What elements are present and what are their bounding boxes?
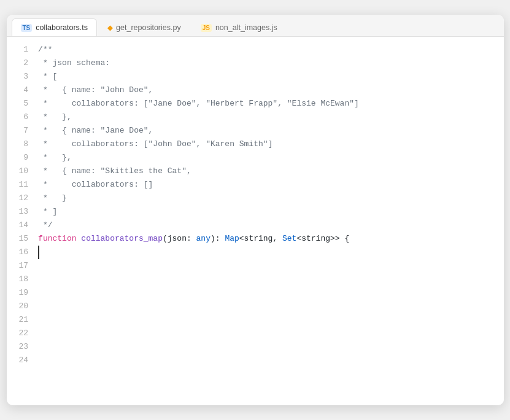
code-line-22 (38, 327, 491, 340)
line-number-9: 9 (19, 151, 29, 165)
code-line-10: * { name: "Skittles the Cat", (38, 165, 491, 178)
code-line-6: * }, (38, 111, 491, 124)
line-number-4: 4 (19, 84, 29, 97)
tab-get-repositories-py[interactable]: ◆get_repositories.py (98, 18, 190, 36)
code-line-18 (38, 273, 491, 286)
line-number-19: 19 (19, 286, 29, 300)
line-number-7: 7 (19, 124, 29, 138)
code-area[interactable]: 123456789101112131415161718192021222324 … (7, 37, 504, 405)
code-line-12: * } (38, 192, 491, 205)
line-number-21: 21 (19, 313, 29, 327)
code-line-5: * collaborators: ["Jane Doe", "Herbert F… (38, 97, 491, 111)
line-number-2: 2 (19, 56, 29, 70)
code-line-11: * collaborators: [] (38, 178, 491, 192)
code-line-8: * collaborators: ["John Doe", "Karen Smi… (38, 138, 491, 151)
line-number-3: 3 (19, 70, 29, 84)
code-line-24 (38, 354, 491, 367)
line-number-1: 1 (19, 43, 29, 56)
code-line-17 (38, 259, 491, 273)
line-number-6: 6 (19, 111, 29, 124)
line-number-18: 18 (19, 273, 29, 286)
tab-non-alt-images-js[interactable]: JSnon_alt_images.js (191, 18, 287, 36)
line-number-13: 13 (19, 205, 29, 219)
line-number-24: 24 (19, 354, 29, 367)
code-line-15: function collaborators_map(json: any): M… (38, 232, 491, 246)
code-line-19 (38, 286, 491, 300)
tab-label-get-repositories-py: get_repositories.py (116, 23, 181, 32)
tab-label-non-alt-images-js: non_alt_images.js (215, 23, 277, 32)
line-number-8: 8 (19, 138, 29, 151)
line-number-5: 5 (19, 97, 29, 111)
code-line-21 (38, 313, 491, 327)
code-line-23 (38, 340, 491, 354)
code-line-13: * ] (38, 205, 491, 219)
line-number-15: 15 (19, 232, 29, 246)
tab-label-collaborators-ts: collaborators.ts (36, 23, 88, 32)
code-line-3: * [ (38, 70, 491, 84)
line-number-10: 10 (19, 165, 29, 178)
line-number-23: 23 (19, 340, 29, 354)
code-line-16 (38, 246, 491, 259)
line-number-11: 11 (19, 178, 29, 192)
code-line-4: * { name: "John Doe", (38, 84, 491, 97)
line-number-20: 20 (19, 300, 29, 313)
code-line-14: */ (38, 219, 491, 232)
line-number-22: 22 (19, 327, 29, 340)
tab-bar: TScollaborators.ts◆get_repositories.pyJS… (7, 15, 504, 37)
line-number-16: 16 (19, 246, 29, 259)
tab-icon-non-alt-images-js: JS (201, 24, 212, 32)
code-line-1: /** (38, 43, 491, 56)
tab-icon-collaborators-ts: TS (21, 24, 33, 32)
code-line-2: * json schema: (38, 56, 491, 70)
line-number-17: 17 (19, 259, 29, 273)
line-number-14: 14 (19, 219, 29, 232)
code-line-20 (38, 300, 491, 313)
line-number-12: 12 (19, 192, 29, 205)
line-numbers: 123456789101112131415161718192021222324 (7, 43, 39, 399)
code-content[interactable]: /** * json schema: * [ * { name: "John D… (38, 43, 503, 399)
code-line-7: * { name: "Jane Doe", (38, 124, 491, 138)
tab-collaborators-ts[interactable]: TScollaborators.ts (12, 18, 98, 36)
code-line-9: * }, (38, 151, 491, 165)
editor-window: TScollaborators.ts◆get_repositories.pyJS… (7, 15, 504, 405)
tab-icon-get-repositories-py: ◆ (107, 24, 112, 32)
